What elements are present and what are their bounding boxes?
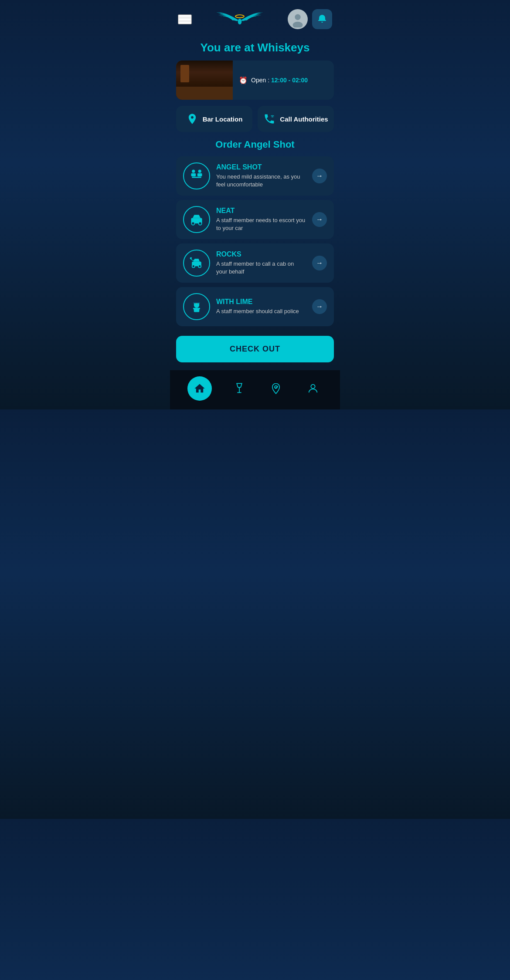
- neat-desc: A staff member needs to escort you to yo…: [216, 216, 306, 232]
- rocks-title: ROCKS: [216, 250, 306, 258]
- profile-button[interactable]: [288, 9, 308, 29]
- svg-point-0: [238, 19, 242, 24]
- drinks-nav-button[interactable]: [230, 379, 249, 398]
- svg-point-6: [192, 170, 195, 173]
- svg-rect-9: [197, 173, 202, 176]
- with-lime-icon-circle: [183, 293, 210, 320]
- bar-location-button[interactable]: Bar Location: [176, 106, 252, 132]
- page-title: You are at Whiskeys: [170, 37, 340, 61]
- neat-title: NEAT: [216, 207, 306, 215]
- menu-button[interactable]: [178, 14, 192, 24]
- car-icon: [189, 212, 204, 227]
- action-buttons: Bar Location Call Authorities: [176, 106, 334, 132]
- location-nav-button[interactable]: [266, 379, 286, 398]
- neat-arrow[interactable]: →: [312, 212, 327, 227]
- bar-image: [176, 61, 233, 100]
- wine-glass-icon: [233, 382, 245, 395]
- wings-logo-icon: [216, 6, 264, 32]
- profile-nav-button[interactable]: [303, 379, 323, 398]
- svg-point-3: [295, 14, 300, 20]
- svg-rect-22: [193, 308, 200, 310]
- location-nav-icon: [270, 382, 282, 395]
- svg-point-26: [311, 385, 315, 389]
- home-icon: [194, 382, 206, 395]
- rocks-icon-circle: [183, 250, 210, 277]
- with-lime-desc: A staff member should call police: [216, 308, 306, 315]
- angel-shot-title: ANGEL SHOT: [216, 163, 306, 171]
- neat-text: NEAT A staff member needs to escort you …: [216, 207, 306, 232]
- svg-rect-8: [191, 173, 196, 176]
- home-nav-button[interactable]: [187, 376, 212, 401]
- rocks-desc: A staff member to call a cab on your beh…: [216, 260, 306, 276]
- svg-rect-10: [192, 177, 201, 178]
- order-card-rocks[interactable]: ROCKS A staff member to call a cab on yo…: [176, 243, 334, 283]
- people-table-icon: [189, 168, 204, 184]
- order-card-angel-shot[interactable]: ANGEL SHOT You need mild assistance, as …: [176, 156, 334, 196]
- phone-icon: [263, 113, 275, 125]
- svg-point-5: [191, 116, 193, 118]
- bell-icon: [317, 14, 327, 24]
- avatar-icon: [289, 11, 306, 27]
- order-list: ANGEL SHOT You need mild assistance, as …: [176, 156, 334, 326]
- rocks-text: ROCKS A staff member to call a cab on yo…: [216, 250, 306, 276]
- angel-shot-text: ANGEL SHOT You need mild assistance, as …: [216, 163, 306, 189]
- bar-location-label: Bar Location: [203, 115, 243, 123]
- open-label: Open :: [251, 77, 269, 84]
- angel-shot-icon-circle: [183, 162, 210, 189]
- neat-icon-circle: [183, 206, 210, 233]
- notification-button[interactable]: [312, 9, 332, 29]
- checkout-button[interactable]: CHECK OUT: [176, 336, 334, 362]
- bar-info-card: ⏰ Open : 12:00 - 02:00: [176, 61, 334, 100]
- with-lime-text: WITH LIME A staff member should call pol…: [216, 298, 306, 315]
- logo: [216, 6, 264, 32]
- order-card-neat[interactable]: NEAT A staff member needs to escort you …: [176, 200, 334, 239]
- car-phone-icon: [189, 255, 204, 271]
- svg-point-7: [198, 170, 201, 173]
- open-hours: 12:00 - 02:00: [271, 77, 308, 84]
- rocks-arrow[interactable]: →: [312, 256, 327, 270]
- profile-nav-icon: [307, 382, 319, 395]
- location-pin-icon: [186, 113, 198, 125]
- with-lime-title: WITH LIME: [216, 298, 306, 306]
- svg-point-1: [235, 15, 244, 18]
- bar-hours-info: ⏰ Open : 12:00 - 02:00: [233, 76, 334, 84]
- svg-point-15: [192, 265, 195, 267]
- police-officer-icon: [189, 299, 204, 314]
- order-card-with-lime[interactable]: WITH LIME A staff member should call pol…: [176, 287, 334, 326]
- angel-shot-desc: You need mild assistance, as you feel un…: [216, 173, 306, 189]
- order-section-title: Order Angel Shot: [170, 139, 340, 150]
- bottom-navigation: [170, 370, 340, 409]
- svg-point-16: [198, 265, 201, 267]
- with-lime-arrow[interactable]: →: [312, 299, 327, 314]
- header-actions: [288, 9, 332, 29]
- call-authorities-label: Call Authorities: [280, 115, 328, 123]
- bar-hours-text: Open : 12:00 - 02:00: [251, 77, 308, 84]
- svg-point-13: [199, 222, 202, 225]
- angel-shot-arrow[interactable]: →: [312, 169, 327, 183]
- clock-icon: ⏰: [239, 76, 248, 84]
- call-authorities-button[interactable]: Call Authorities: [258, 106, 334, 132]
- header: [170, 0, 340, 37]
- svg-point-12: [191, 222, 194, 225]
